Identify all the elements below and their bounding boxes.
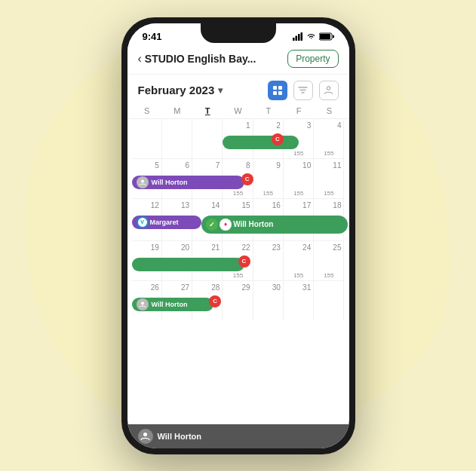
svg-rect-3 [300, 32, 302, 41]
vrbo-icon: V [137, 216, 149, 228]
phone-notch [201, 23, 276, 43]
price-25: 155 [314, 272, 343, 279]
svg-rect-10 [278, 91, 282, 95]
svg-rect-2 [298, 34, 300, 41]
svg-point-12 [141, 179, 144, 182]
booking-badge-5: C [209, 295, 221, 307]
booking-bar-week5[interactable]: Will Horton [132, 298, 214, 311]
avatar-icon [140, 431, 150, 441]
app-header: ‹ STUDIO English Bay... Property [127, 45, 349, 75]
day-cell-empty2[interactable] [162, 119, 192, 158]
svg-rect-0 [293, 38, 295, 41]
day-headers: S M T W T F S [127, 103, 349, 119]
day-cell-11[interactable]: 11 155 [314, 159, 344, 198]
day-header-f: F [284, 105, 314, 117]
back-button[interactable]: ‹ [138, 52, 142, 66]
price-24: 155 [284, 272, 313, 279]
day-header-t2: T [253, 105, 284, 117]
day-header-s1: S [132, 105, 162, 117]
svg-point-14 [143, 433, 147, 436]
svg-point-11 [327, 87, 330, 90]
day-cell-29[interactable]: 29 [223, 281, 253, 320]
calendar-grid: 1 2 3 155 4 155 C 5 6 [127, 119, 349, 424]
day-header-t: T [192, 105, 223, 117]
calendar-view-icons [268, 81, 339, 100]
bottom-avatar [138, 429, 153, 444]
booking-name-margaret: Margaret [150, 219, 179, 226]
status-time: 9:41 [143, 31, 162, 42]
price-label-row2: 155 [223, 190, 253, 197]
grid-icon [272, 85, 283, 96]
day-cell-25[interactable]: 25 155 [314, 241, 344, 280]
week-row-3: 12 13 14 15 16 17 18 V Margaret ✓ ♦ Will… [132, 199, 345, 241]
avatar-will5 [137, 298, 149, 310]
week-row-1: 1 2 3 155 4 155 C [132, 119, 345, 159]
svg-rect-6 [333, 35, 334, 38]
booking-bar-week2-will[interactable]: Will Horton [132, 176, 244, 189]
svg-point-13 [141, 301, 144, 304]
day-cell-31[interactable]: 31 [284, 281, 314, 320]
booking-badge-4: C [238, 255, 250, 268]
filter-icon-btn[interactable] [293, 81, 313, 100]
day-cell-empty-end[interactable] [314, 281, 344, 320]
calendar-header: February 2023 ▾ [127, 75, 349, 103]
booking-name-will5: Will Horton [152, 301, 188, 308]
price-label-row4: 155 [223, 272, 253, 279]
day-cell-30[interactable]: 30 [253, 281, 284, 320]
svg-rect-1 [295, 35, 297, 41]
person-icon [324, 85, 333, 95]
header-title: STUDIO English Bay... [145, 53, 256, 65]
booking-badge-2: C [241, 173, 253, 185]
phone-frame: 9:41 [121, 17, 355, 454]
status-bar: 9:41 [127, 23, 349, 45]
airbnb-icon: ♦ [220, 219, 232, 231]
day-cell-empty1[interactable] [132, 119, 162, 158]
calendar-grid-icon[interactable] [268, 81, 287, 100]
price-4: 155 [314, 150, 343, 157]
svg-rect-9 [273, 91, 277, 95]
property-button[interactable]: Property [287, 50, 338, 68]
day-header-w: W [223, 105, 253, 117]
month-title[interactable]: February 2023 ▾ [138, 84, 223, 96]
avatar-will [137, 176, 149, 188]
battery-icon [319, 32, 334, 41]
person-icon-small [139, 179, 146, 186]
check-icon: ✓ [206, 219, 218, 231]
filter-icon [298, 85, 308, 95]
person-icon-small2 [139, 301, 146, 308]
booking-badge-1: C [272, 133, 284, 145]
week-row-5: 26 27 28 29 30 31 Will Horton [132, 281, 345, 320]
price-10: 155 [284, 190, 313, 197]
day-cell-9[interactable]: 9 155 [253, 159, 284, 198]
week-row-4: 19 20 21 22 23 24 155 25 155 C [132, 241, 345, 281]
svg-rect-5 [320, 34, 330, 39]
day-cell-10[interactable]: 10 155 [284, 159, 314, 198]
booking-name-will: Will Horton [152, 179, 188, 186]
price-11: 155 [314, 190, 343, 197]
header-left: ‹ STUDIO English Bay... [138, 52, 256, 66]
day-cell-24[interactable]: 24 155 [284, 241, 314, 280]
day-header-s2: S [314, 105, 344, 117]
day-cell-23[interactable]: 23 [253, 241, 284, 280]
price-3: 155 [284, 150, 313, 157]
booking-bar-week3-will[interactable]: ✓ ♦ Will Horton [201, 216, 347, 234]
week-row-2: 5 6 7 8 9 155 10 155 11 155 [132, 159, 345, 199]
price-9: 155 [253, 190, 283, 197]
person-icon-btn[interactable] [319, 81, 339, 100]
day-cell-empty3[interactable] [192, 119, 223, 158]
bottom-booking-bar[interactable]: Will Horton [127, 424, 349, 448]
phone-screen: 9:41 [127, 23, 349, 448]
booking-bar-week4[interactable] [132, 258, 244, 271]
day-header-m: M [162, 105, 192, 117]
booking-name-will2: Will Horton [233, 220, 273, 228]
wifi-icon [306, 32, 316, 40]
booking-bar-week1[interactable] [223, 136, 299, 149]
svg-rect-7 [273, 86, 277, 90]
day-cell-4[interactable]: 4 155 [314, 119, 344, 158]
booking-bar-margaret[interactable]: V Margaret [132, 216, 202, 229]
bottom-name-label: Will Horton [158, 432, 202, 441]
month-year-label: February 2023 [138, 84, 215, 96]
svg-rect-8 [278, 86, 282, 90]
signal-icon [293, 32, 303, 41]
status-icons [293, 32, 334, 41]
